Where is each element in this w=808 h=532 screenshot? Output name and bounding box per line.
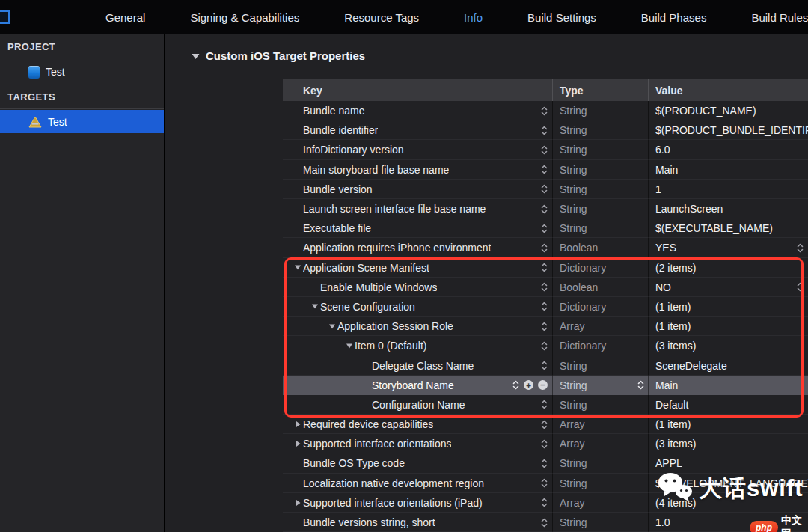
key-cell: InfoDictionary version xyxy=(283,140,552,159)
property-type: String xyxy=(560,203,587,215)
property-row[interactable]: Bundle versions string, shortString1.0 xyxy=(283,513,808,532)
disclosure-expanded-icon[interactable] xyxy=(344,343,355,349)
value-cell[interactable]: YES xyxy=(648,238,808,257)
property-key-label: Storyboard Name xyxy=(372,379,454,391)
section-disclosure-icon[interactable] xyxy=(192,52,200,60)
tab-info[interactable]: Info xyxy=(464,11,483,24)
section-header[interactable]: Custom iOS Target Properties xyxy=(192,49,365,62)
disclosure-collapsed-icon[interactable] xyxy=(293,421,303,428)
property-row[interactable]: Delegate Class NameStringSceneDelegate xyxy=(283,355,808,375)
key-stepper-icon[interactable] xyxy=(541,497,548,508)
key-controls xyxy=(541,140,548,159)
property-row[interactable]: Bundle versionString1 xyxy=(283,180,808,199)
type-stepper-icon[interactable] xyxy=(637,379,644,391)
disclosure-expanded-icon[interactable] xyxy=(310,303,320,310)
property-row[interactable]: Enable Multiple WindowsBooleanNO xyxy=(283,278,808,297)
property-row[interactable]: Application Scene ManifestDictionary(2 i… xyxy=(283,258,808,278)
remove-row-button[interactable]: − xyxy=(538,380,548,390)
property-row[interactable]: Application Session RoleArray(1 item) xyxy=(283,317,808,336)
property-row[interactable]: Storyboard Name+−StringMain xyxy=(283,376,808,395)
value-cell[interactable]: (4 items) xyxy=(648,493,808,513)
value-cell[interactable]: APPL xyxy=(648,453,808,473)
value-cell[interactable]: Main xyxy=(648,376,808,395)
type-cell: String xyxy=(552,218,648,238)
tab-build-settings[interactable]: Build Settings xyxy=(527,11,596,24)
value-cell[interactable]: 1 xyxy=(648,180,808,199)
value-cell[interactable]: (3 items) xyxy=(648,336,808,355)
key-stepper-icon[interactable] xyxy=(541,458,548,469)
tab-resource-tags[interactable]: Resource Tags xyxy=(344,11,419,24)
key-stepper-icon[interactable] xyxy=(541,106,548,117)
key-stepper-icon[interactable] xyxy=(541,360,548,371)
key-stepper-icon[interactable] xyxy=(541,477,548,489)
property-row[interactable]: Bundle identifierString$(PRODUCT_BUNDLE_… xyxy=(283,120,808,140)
property-row[interactable]: Supported interface orientationsArray(3 … xyxy=(283,434,808,453)
property-row[interactable]: Application requires iPhone environmentB… xyxy=(283,238,808,257)
property-key-label: Application requires iPhone environment xyxy=(303,242,491,254)
key-stepper-icon[interactable] xyxy=(541,438,548,450)
tab-general[interactable]: General xyxy=(105,11,145,24)
key-stepper-icon[interactable] xyxy=(541,125,548,136)
property-row[interactable]: Bundle nameString$(PRODUCT_NAME) xyxy=(283,101,808,120)
property-row[interactable]: Executable fileString$(EXECUTABLE_NAME) xyxy=(283,218,808,238)
value-cell[interactable]: $(PRODUCT_NAME) xyxy=(648,101,808,120)
value-cell[interactable]: $(PRODUCT_BUNDLE_IDENTIFIER) xyxy=(648,120,808,140)
property-row[interactable]: Localization native development regionSt… xyxy=(283,474,808,493)
value-cell[interactable]: 6.0 xyxy=(648,140,808,159)
disclosure-collapsed-icon[interactable] xyxy=(293,499,303,507)
key-stepper-icon[interactable] xyxy=(541,399,548,410)
key-stepper-icon[interactable] xyxy=(541,223,548,234)
key-controls xyxy=(541,395,548,415)
project-item-label: Test xyxy=(46,66,65,78)
key-stepper-icon[interactable] xyxy=(541,301,548,312)
value-cell[interactable]: 1.0 xyxy=(648,513,808,532)
value-cell[interactable]: (3 items) xyxy=(648,434,808,453)
sidebar-item-target-test[interactable]: Test xyxy=(0,110,164,133)
property-row[interactable]: Bundle OS Type codeStringAPPL xyxy=(283,453,808,473)
sidebar-item-project-test[interactable]: Test xyxy=(0,62,164,82)
value-cell[interactable]: (1 item) xyxy=(648,415,808,434)
property-row[interactable]: Launch screen interface file base nameSt… xyxy=(283,199,808,218)
value-cell[interactable]: $(EXECUTABLE_NAME) xyxy=(648,218,808,238)
key-stepper-icon[interactable] xyxy=(541,321,548,332)
value-stepper-icon[interactable] xyxy=(797,281,804,293)
value-cell[interactable]: Main xyxy=(648,160,808,180)
key-stepper-icon[interactable] xyxy=(541,262,548,273)
key-stepper-icon[interactable] xyxy=(541,281,548,293)
key-stepper-icon[interactable] xyxy=(541,340,548,352)
key-stepper-icon[interactable] xyxy=(541,204,548,215)
tab-build-rules[interactable]: Build Rules xyxy=(751,11,808,24)
value-cell[interactable]: (1 item) xyxy=(648,297,808,317)
property-row[interactable]: Configuration NameStringDefault xyxy=(283,395,808,415)
disclosure-expanded-icon[interactable] xyxy=(293,264,303,271)
key-stepper-icon[interactable] xyxy=(541,144,548,156)
type-cell: Boolean xyxy=(552,238,648,257)
property-row[interactable]: Main storyboard file base nameStringMain xyxy=(283,160,808,180)
value-cell[interactable]: $(DEVELOPMENT_LANGUAGE) xyxy=(648,474,808,493)
tab-signing-capabilities[interactable]: Signing & Capabilities xyxy=(190,11,299,24)
key-stepper-icon[interactable] xyxy=(541,517,548,528)
key-stepper-icon[interactable] xyxy=(541,419,548,430)
value-cell[interactable]: LaunchScreen xyxy=(648,199,808,218)
add-row-button[interactable]: + xyxy=(524,380,533,390)
property-row[interactable]: Scene ConfigurationDictionary(1 item) xyxy=(283,297,808,317)
property-value: $(PRODUCT_NAME) xyxy=(655,105,756,117)
key-stepper-icon[interactable] xyxy=(541,164,548,175)
value-cell[interactable]: SceneDelegate xyxy=(648,355,808,375)
disclosure-collapsed-icon[interactable] xyxy=(293,440,303,447)
key-stepper-icon[interactable] xyxy=(541,242,548,254)
property-row[interactable]: Item 0 (Default)Dictionary(3 items) xyxy=(283,336,808,355)
disclosure-expanded-icon[interactable] xyxy=(327,323,337,330)
value-cell[interactable]: NO xyxy=(648,278,808,297)
property-row[interactable]: Supported interface orientations (iPad)A… xyxy=(283,493,808,513)
property-row[interactable]: InfoDictionary versionString6.0 xyxy=(283,140,808,159)
key-stepper-icon[interactable] xyxy=(512,379,519,391)
tab-build-phases[interactable]: Build Phases xyxy=(641,11,707,24)
value-stepper-icon[interactable] xyxy=(797,242,804,254)
value-cell[interactable]: Default xyxy=(648,395,808,415)
value-cell[interactable]: (2 items) xyxy=(648,258,808,278)
key-stepper-icon[interactable] xyxy=(541,183,548,195)
key-controls xyxy=(541,120,548,140)
value-cell[interactable]: (1 item) xyxy=(648,317,808,336)
property-row[interactable]: Required device capabilitiesArray(1 item… xyxy=(283,415,808,434)
